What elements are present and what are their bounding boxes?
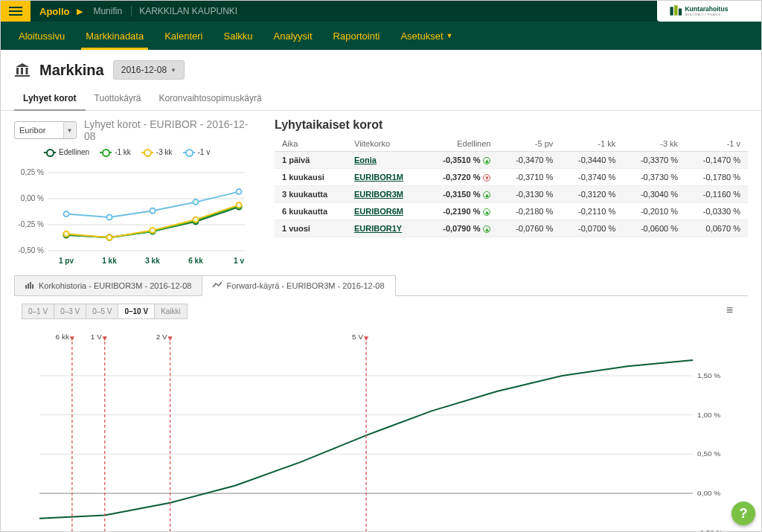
cell-aika: 3 kuukautta (275, 186, 347, 203)
cell-value: -0,2010 % (623, 203, 685, 220)
reference-rate-link[interactable]: EURIBOR1M (354, 173, 403, 182)
cell-edellinen-value: -0,3720 % (443, 173, 480, 182)
marker-label: 1 V (91, 333, 102, 341)
nav-item-salkku[interactable]: Salkku (214, 22, 263, 50)
arrow-up-icon: ▲ (483, 191, 490, 199)
y-tick: -0,50 % (19, 246, 45, 254)
legend-label: -1 kk (115, 148, 131, 156)
main-nav: AloitussivuMarkkinadataKalenteriSalkkuAn… (1, 22, 761, 50)
marker-triangle-icon (364, 336, 368, 341)
legend-marker-icon (100, 152, 112, 153)
chart-tab-0[interactable]: Korkohistoria - EURIBOR3M - 2016-12-08 (14, 275, 202, 296)
legend-label: -1 v (198, 148, 211, 156)
range-button[interactable]: 0–10 V (118, 304, 155, 319)
series-point (64, 231, 69, 237)
subtab-2[interactable]: Koronvaihtosopimuskäyrä (150, 86, 271, 110)
cell-aika: 6 kuukautta (275, 203, 347, 220)
nav-item-raportointi[interactable]: Raportointi (323, 22, 391, 50)
hamburger-icon[interactable] (1, 1, 31, 22)
cell-edellinen: -0,0790 %▲ (423, 220, 499, 237)
marker-label: 2 V (156, 333, 167, 341)
date-picker-value: 2016-12-08 (121, 65, 167, 75)
logo-subtext: MUNICIPALITY FINANCE (685, 13, 722, 16)
range-button[interactable]: 0–3 V (54, 304, 86, 319)
rates-header: -1 kk (560, 136, 623, 152)
range-button[interactable]: Kaikki (154, 304, 188, 319)
cell-value: -0,0760 % (498, 220, 560, 237)
arrow-down-icon: ▼ (483, 174, 490, 182)
series-point (107, 214, 112, 219)
line-chart-icon (213, 281, 222, 290)
y-tick: 1,50 % (697, 371, 720, 379)
cell-ref: EURIBOR3M (347, 186, 423, 203)
y-tick: -0,50 % (697, 528, 723, 532)
y-tick: 0,50 % (697, 449, 720, 458)
rates-header: Aika (275, 136, 347, 152)
nav-item-markkinadata[interactable]: Markkinadata (75, 22, 154, 50)
chevron-down-icon: ▼ (63, 122, 75, 138)
date-picker-button[interactable]: 2016-12-08 ▼ (113, 60, 185, 80)
rates-header: -3 kk (623, 136, 685, 152)
breadcrumb-1[interactable]: Munifin (87, 6, 128, 16)
subtab-0[interactable]: Lyhyet korot (14, 86, 86, 111)
range-button[interactable]: 0–1 V (22, 304, 54, 319)
cell-value: -0,2180 % (498, 203, 560, 220)
series-point (64, 211, 69, 217)
subtab-1[interactable]: Tuottokäyrä (86, 86, 150, 110)
legend-marker-icon (183, 152, 195, 153)
reference-rate-link[interactable]: EURIBOR1Y (354, 224, 402, 233)
help-bubble-icon[interactable]: ? (731, 501, 755, 525)
cell-value: -0,3470 % (498, 152, 560, 169)
y-tick: 0,00 % (21, 194, 44, 202)
range-button[interactable]: 0–5 V (86, 304, 118, 319)
marker-label: 6 kk (56, 333, 69, 341)
chevron-down-icon: ▼ (170, 67, 176, 74)
rates-table-title: Lyhytaikaiset korot (275, 118, 748, 132)
cell-edellinen-value: -0,0790 % (443, 224, 480, 233)
chart-tab-1[interactable]: Forward-käyrä - EURIBOR3M - 2016-12-08 (202, 275, 395, 296)
forward-curve-chart: 1,50 %1,00 %0,50 %0,00 %-0,50 % 6 kk1 V2… (14, 324, 748, 532)
rate-select[interactable]: Euribor ▼ (14, 121, 77, 139)
svg-rect-6 (26, 68, 28, 74)
nav-item-aloitussivu[interactable]: Aloitussivu (8, 22, 75, 50)
svg-marker-3 (16, 63, 29, 67)
cell-value: -0,3730 % (623, 169, 685, 186)
x-tick: 1 kk (102, 257, 117, 265)
y-tick: 1,00 % (697, 411, 720, 419)
series-point (193, 199, 199, 205)
nav-item-asetukset[interactable]: Asetukset▼ (390, 22, 463, 50)
table-row: 6 kuukauttaEURIBOR6M-0,2190 %▲-0,2180 %-… (275, 203, 748, 220)
rates-header: Viitekorko (347, 136, 423, 152)
bar-chart-icon (25, 281, 34, 290)
chart-menu-icon[interactable]: ≡ (726, 304, 733, 317)
cell-value: -0,3740 % (560, 169, 623, 186)
table-row: 3 kuukauttaEURIBOR3M-0,3150 %▲-0,3130 %-… (275, 186, 748, 203)
reference-rate-link[interactable]: Eonia (354, 156, 377, 164)
cell-value: -0,0600 % (623, 220, 685, 237)
cell-value: -0,3710 % (498, 169, 560, 186)
y-tick: -0,25 % (19, 220, 45, 228)
vendor-logo: Kuntarahoitus MUNICIPALITY FINANCE (657, 1, 761, 22)
small-chart-title: Lyhyet korot - EURIBOR - 2016-12-08 (84, 118, 260, 142)
nav-item-analyysit[interactable]: Analyysit (263, 22, 323, 50)
breadcrumb-2[interactable]: KARKKILAN KAUPUNKI (131, 6, 237, 16)
cell-edellinen: -0,2190 %▲ (423, 203, 499, 220)
svg-rect-5 (21, 68, 23, 74)
arrow-up-icon: ▲ (483, 225, 490, 233)
chart-tab-label: Korkohistoria - EURIBOR3M - 2016-12-08 (39, 281, 191, 290)
svg-rect-13 (28, 283, 29, 289)
series-point (150, 228, 156, 233)
nav-item-kalenteri[interactable]: Kalenteri (154, 22, 213, 50)
reference-rate-link[interactable]: EURIBOR3M (354, 190, 403, 199)
cell-edellinen: -0,3720 %▼ (423, 169, 499, 186)
sub-tabs: Lyhyet korotTuottokäyräKoronvaihtosopimu… (1, 86, 761, 111)
cell-edellinen-value: -0,3150 % (443, 190, 480, 199)
brand-label[interactable]: Apollo (31, 6, 77, 17)
reference-rate-link[interactable]: EURIBOR6M (354, 207, 403, 216)
svg-rect-14 (30, 282, 31, 289)
series-point (237, 202, 242, 208)
y-tick: 0,25 % (21, 168, 44, 176)
legend-item: Edellinen (44, 148, 89, 156)
page-title: Markkina (39, 62, 104, 79)
cell-value: -0,3120 % (560, 186, 623, 203)
